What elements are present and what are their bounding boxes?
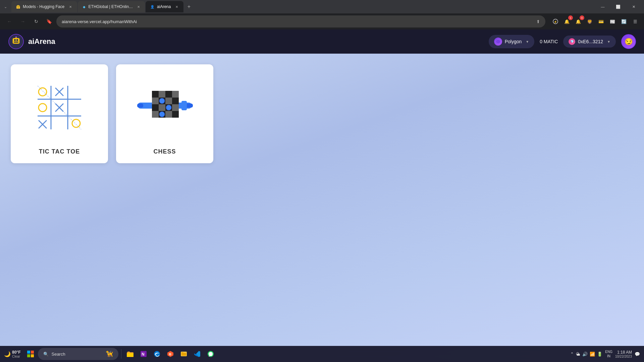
tray-volume-icon[interactable]: 🔊	[582, 352, 588, 357]
language-text: ENG	[605, 350, 612, 354]
tab-favicon-huggingface: 🤗	[15, 4, 21, 9]
forward-button[interactable]: →	[17, 16, 28, 27]
tictactoe-title: TIC TAC TOE	[39, 148, 80, 155]
svg-text:B: B	[169, 353, 171, 356]
brave-icon[interactable]: 🦁	[585, 17, 594, 26]
address-bar-row: ← → ↻ 🔖 aiarena-verse.vercel.app/humanWi…	[0, 13, 644, 29]
svg-rect-4	[14, 39, 16, 41]
tray-weather-icon[interactable]: 🌥	[576, 352, 580, 357]
bookmark-button[interactable]: 🔖	[44, 17, 54, 26]
taskbar-icon-whatsapp[interactable]	[205, 348, 217, 360]
svg-rect-52	[31, 354, 34, 357]
svg-rect-34	[152, 98, 159, 104]
taskbar-icon-explorer[interactable]	[124, 348, 136, 360]
svg-rect-32	[165, 91, 172, 98]
search-bar[interactable]: 🔍 Search 🦮	[38, 348, 118, 360]
wallet-address: 0xE6...3212	[578, 39, 603, 44]
tray-battery-icon[interactable]: 🔋	[597, 352, 602, 357]
app-header: aiArena Polygon ▼ 0 MATIC 💎 0xE6...3	[0, 29, 644, 54]
maximize-button[interactable]: ⬜	[610, 1, 626, 12]
svg-rect-38	[152, 104, 159, 111]
svg-point-46	[159, 98, 165, 104]
back-button[interactable]: ←	[4, 16, 15, 27]
weather-icon: 🌙	[4, 351, 11, 357]
user-avatar[interactable]: 😏	[621, 34, 636, 49]
tab-close-ethglobal[interactable]: ✕	[137, 4, 141, 9]
svg-point-14	[39, 88, 47, 96]
clock-date: 10/22/2023	[615, 355, 632, 358]
weather-condition: Clear	[12, 355, 20, 358]
svg-rect-54	[127, 353, 133, 357]
header-right: Polygon ▼ 0 MATIC 💎 0xE6...3212 ▼ 😏	[489, 34, 636, 49]
address-bar[interactable]: aiarena-verse.vercel.app/humanWithAi ⬆	[56, 15, 545, 27]
game-card-chess[interactable]: CHESS	[116, 64, 213, 163]
share-icon[interactable]: ⬆	[536, 19, 540, 24]
notifications-icon[interactable]: 💬	[635, 352, 640, 357]
svg-rect-50	[31, 351, 34, 354]
svg-rect-39	[159, 104, 165, 111]
taskbar-icon-edge[interactable]	[151, 348, 163, 360]
tab-ethglobal[interactable]: ◆ ETHGlobal | ETHOnline 2023 ✕	[78, 1, 145, 12]
extension-btn-1[interactable]: ⚡	[551, 17, 560, 26]
svg-rect-30	[152, 91, 159, 98]
game-card-tictactoe[interactable]: TIC TAC TOE	[11, 64, 108, 163]
taskbar-icon-vscode[interactable]	[191, 348, 203, 360]
svg-rect-37	[172, 98, 179, 104]
svg-point-22	[72, 119, 80, 127]
wallet-ext-icon[interactable]: 💳	[596, 17, 606, 26]
matic-balance: 0 MATIC	[540, 39, 558, 44]
svg-text:N: N	[142, 352, 145, 357]
svg-rect-51	[27, 354, 30, 357]
tray-network-icon[interactable]: 📶	[590, 352, 595, 357]
svg-rect-64	[181, 352, 183, 353]
tab-bar: ⌄ 🤗 Models - Hugging Face ✕ ◆ ETHGlobal …	[0, 0, 644, 13]
locale-text: IN	[605, 354, 612, 358]
svg-rect-25	[137, 104, 143, 108]
tab-close-aiarena[interactable]: ✕	[174, 4, 179, 9]
system-clock[interactable]: 1:18 AM 10/22/2023	[615, 350, 632, 358]
sync-icon[interactable]: 🔄	[619, 17, 629, 26]
taskbar-icon-brave[interactable]: B	[164, 348, 176, 360]
svg-rect-6	[14, 42, 18, 43]
chess-image	[124, 72, 205, 143]
tab-label-ethglobal: ETHGlobal | ETHOnline 2023	[89, 4, 133, 9]
svg-rect-33	[172, 91, 179, 98]
network-button[interactable]: Polygon ▼	[489, 35, 535, 48]
tab-list-btn[interactable]: ⌄	[3, 4, 8, 9]
minimize-button[interactable]: —	[595, 1, 610, 12]
window-controls: — ⬜ ✕	[595, 1, 641, 12]
reader-view-icon[interactable]: 📰	[608, 17, 617, 26]
polygon-icon	[494, 38, 502, 46]
tab-controls-left: ⌄	[3, 4, 8, 9]
wallet-button[interactable]: 💎 0xE6...3212 ▼	[563, 36, 616, 48]
svg-rect-28	[181, 101, 187, 110]
svg-rect-42	[152, 111, 159, 118]
svg-rect-41	[172, 104, 179, 111]
tray-up-icon[interactable]: ⌃	[570, 352, 574, 357]
notif-btn-2[interactable]: 🔔 0	[574, 17, 583, 26]
tab-label-huggingface: Models - Hugging Face	[23, 4, 64, 9]
notification-badge-2: 0	[580, 15, 584, 20]
taskbar-icon-onenote[interactable]: N	[138, 348, 150, 360]
close-button[interactable]: ✕	[626, 1, 641, 12]
reload-button[interactable]: ↻	[31, 16, 42, 27]
taskbar-icon-files[interactable]	[178, 348, 190, 360]
new-tab-button[interactable]: +	[184, 2, 194, 11]
svg-rect-44	[165, 111, 172, 118]
menu-icon[interactable]: ☰	[631, 17, 640, 26]
logo-icon	[8, 34, 24, 50]
svg-point-8	[15, 36, 17, 38]
svg-rect-3	[13, 38, 19, 44]
tab-huggingface[interactable]: 🤗 Models - Hugging Face ✕	[11, 1, 77, 12]
svg-marker-9	[496, 39, 500, 44]
weather-info: 80°F Clear	[12, 350, 20, 358]
tab-favicon-aiarena: 👤	[150, 4, 155, 9]
chess-title: CHESS	[153, 148, 176, 155]
app-logo: aiArena	[8, 34, 55, 50]
network-chevron: ▼	[526, 40, 529, 44]
tab-close-huggingface[interactable]: ✕	[68, 4, 73, 9]
notif-btn-1[interactable]: 🔔 1	[562, 17, 572, 26]
wallet-icon: 💎	[569, 38, 575, 45]
tab-aiarena[interactable]: 👤 aiArena ✕	[146, 1, 183, 12]
start-button[interactable]	[24, 348, 37, 360]
